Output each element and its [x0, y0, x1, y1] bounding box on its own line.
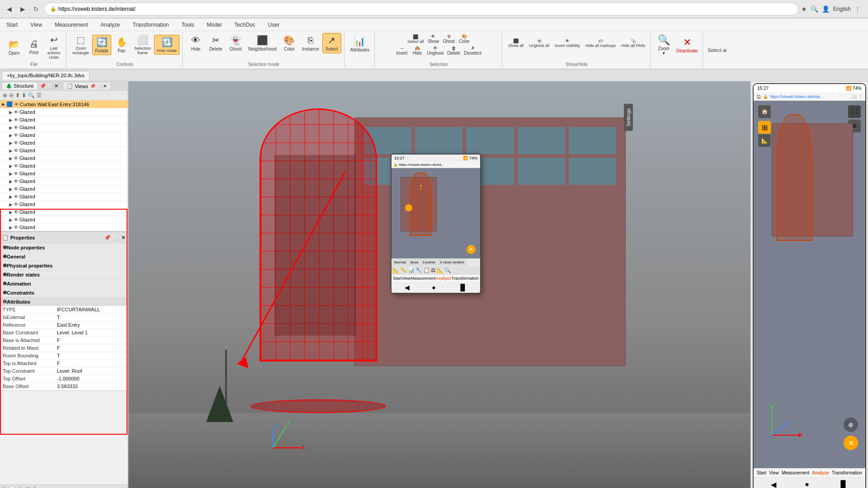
tree-item[interactable]: ▶ 👁 Glazed — [0, 139, 127, 147]
mobile-icon-1[interactable]: 🏠 — [758, 105, 771, 118]
mobile-fullscreen[interactable]: ⛶ — [848, 105, 861, 118]
large-nav-measurement[interactable]: Measurement — [782, 470, 809, 475]
large-nav-start[interactable]: Start — [757, 470, 766, 475]
menu-user[interactable]: User — [265, 21, 282, 29]
tree-item[interactable]: ▶ 👁 Glazed — [0, 116, 127, 124]
attributes-button[interactable]: 📊 Attributes — [348, 33, 372, 55]
nested-3circ-btn[interactable]: 3 circle centers — [438, 259, 466, 265]
tree-menu-btn[interactable]: ☰ — [37, 92, 42, 99]
tool-icon-8[interactable]: 🔍 — [444, 267, 451, 273]
tree-item[interactable]: ▶ 👁 Glazed — [0, 170, 127, 178]
nested-area-btn[interactable]: Area — [409, 259, 420, 265]
large-nav-analyze[interactable]: Analyze — [812, 470, 829, 475]
menu-view[interactable]: View — [28, 21, 45, 29]
props-pin-icon[interactable]: 📌 — [104, 235, 111, 241]
menu-transformation[interactable]: Transformation — [130, 21, 171, 29]
tool-icon-2[interactable]: 📏 — [400, 267, 407, 273]
back-gesture[interactable]: ◀ — [405, 284, 410, 291]
props-float-icon[interactable]: ⬜ — [113, 235, 119, 241]
views-tab[interactable]: 📋 Views 📌 ⬜ ✕ — [63, 82, 111, 90]
deselect-button[interactable]: ✗ Deselect — [462, 45, 483, 56]
mobile-view-btn[interactable]: ⊞ — [758, 121, 771, 134]
select-button[interactable]: ↗ Select — [322, 33, 341, 53]
main-tab[interactable]: +by_topic/Building/NER-20.ifc.3dvs — [2, 71, 90, 80]
url-bar[interactable]: 🔒 https://vsweb.kisters.de/internal/ — [44, 3, 798, 15]
large-nav-transformation[interactable]: Transformation — [832, 470, 862, 475]
viewport[interactable]: X Y Z 15:27 📶 74% 🔒 https://vsweb.kister — [128, 81, 750, 488]
pin-icon[interactable]: 📌 — [40, 83, 46, 89]
instance-button[interactable]: ⎘ Instance — [300, 33, 321, 53]
tree-item[interactable]: ▶ 👁 Glazed — [0, 124, 127, 131]
tree-item[interactable]: ▶ 👁 Glazed — [0, 131, 127, 139]
tool-icon-4[interactable]: 🔧 — [415, 267, 422, 273]
constraints-header[interactable]: ⊕ Constraints — [0, 288, 127, 297]
tree-up-btn[interactable]: ⬆ — [15, 92, 20, 99]
free-rotate-button[interactable]: 🔃 Free rotate — [154, 35, 179, 55]
general-header[interactable]: ⊕ General — [0, 252, 127, 261]
tool-icon-3[interactable]: 📊 — [408, 267, 415, 273]
animation-header[interactable]: ⊕ Animation — [0, 279, 127, 288]
zoom-button[interactable]: 🔍 Zoom ▼ — [654, 33, 673, 57]
back-button[interactable]: ◀ — [4, 4, 14, 14]
close-structure-icon[interactable]: ✕ — [54, 83, 58, 89]
neighborhood-button[interactable]: ⬛ Neighborhood — [246, 33, 279, 53]
tree-item[interactable]: ▶ 👁 Glazed — [0, 216, 127, 224]
expand-all-btn[interactable]: ⊕ — [3, 92, 7, 99]
pan-button[interactable]: ✋ Pan — [112, 35, 131, 55]
delete-button[interactable]: ✂ Delete — [206, 33, 225, 53]
mini-close-btn[interactable]: ✕ — [467, 245, 476, 254]
large-close-btn[interactable]: ✕ — [844, 436, 858, 450]
tree-item[interactable]: ▶ 👁 Glazed — [0, 201, 127, 208]
node-props-header[interactable]: ⊕ Node properties — [0, 243, 127, 252]
menu-model[interactable]: Model — [204, 21, 224, 29]
refresh-button[interactable]: ↻ — [31, 4, 42, 14]
tree-item[interactable]: ▶ 👁 Glazed — [0, 193, 127, 201]
tree-item[interactable]: ▶ 👁 Glazed — [0, 178, 127, 185]
settings-tab[interactable]: Settings — [624, 104, 633, 131]
tree-item[interactable]: ▶ 👁 Glazed — [0, 155, 127, 162]
menu-measurement[interactable]: Measurement — [52, 21, 90, 29]
ghost-mode-button[interactable]: 👻 Ghost — [226, 33, 245, 53]
nested-nav-transformation[interactable]: Transformation — [452, 276, 479, 281]
home-gesture[interactable]: ● — [432, 284, 435, 291]
ghost-button[interactable]: 👻 Ghost — [441, 33, 456, 45]
props-close-icon[interactable]: ✕ — [121, 235, 126, 241]
invert-visibility-button[interactable]: 👁 Invert visibility — [552, 33, 582, 53]
menu-techdoc[interactable]: TechDoc — [231, 21, 258, 29]
tree-item[interactable]: ▶ 👁 Glazed — [0, 108, 127, 116]
tree-item[interactable]: ▶ 👁 Glazed — [0, 162, 127, 170]
render-states-header[interactable]: ⊕ Render states — [0, 270, 127, 279]
nested-nav-start[interactable]: Start — [393, 276, 401, 281]
hide2-button[interactable]: 🙈 Hide — [410, 45, 425, 56]
large-menu-icon[interactable]: ⋮ — [859, 94, 863, 99]
mobile-icon-3[interactable]: 📐 — [758, 134, 771, 147]
star-icon[interactable]: ★ — [801, 5, 807, 13]
large-nav-view[interactable]: View — [769, 470, 779, 475]
unghost-button[interactable]: 👁 Unghost — [425, 45, 445, 56]
tool-icon-6[interactable]: ⚖ — [431, 267, 436, 273]
tree-item-selected[interactable]: ▶ 🟦 👁 Curtain Wall:East Entry:318146 — [0, 100, 127, 108]
hide-button[interactable]: 👁 Hide — [186, 33, 205, 53]
tree-filter-btn[interactable]: 🔍 — [28, 92, 35, 99]
attributes-header[interactable]: ⊖ Attributes — [0, 297, 127, 306]
structure-tab[interactable]: 🌲 Structure — [2, 82, 38, 90]
select-all-button[interactable]: ⬛ Select all — [406, 33, 425, 45]
undo-button[interactable]: ↩ LastactionsUndo — [44, 33, 63, 61]
nested-nav-view[interactable]: View — [402, 276, 410, 281]
zoom-rectangle-button[interactable]: ⬚ Zoomrectangle — [70, 33, 91, 56]
rotate-button[interactable]: 🔄 Rotate — [92, 35, 111, 55]
large-home-gesture[interactable]: ● — [805, 480, 809, 488]
visibility-icon[interactable]: 👁 — [14, 102, 19, 107]
tool-icon-5[interactable]: 📋 — [423, 267, 430, 273]
eye[interactable]: 👁 — [14, 109, 19, 115]
compass-icon[interactable]: ⊕ — [844, 418, 858, 432]
tree-item[interactable]: ▶ 👁 Glazed — [0, 185, 127, 193]
show-button[interactable]: 👁 Show — [426, 33, 440, 45]
nested-nav-measurement[interactable]: Measurement — [411, 276, 436, 281]
tree-down-btn[interactable]: ⬇ — [22, 92, 26, 99]
tree-item[interactable]: ▶ 👁 Glazed — [0, 224, 127, 231]
nested-normal-btn[interactable]: Normal — [392, 259, 408, 265]
show-all-button[interactable]: ⬛ Show all — [506, 33, 526, 53]
forward-button[interactable]: ▶ — [17, 4, 28, 14]
unghost-all-button[interactable]: 👻 Unghost all — [527, 33, 552, 53]
